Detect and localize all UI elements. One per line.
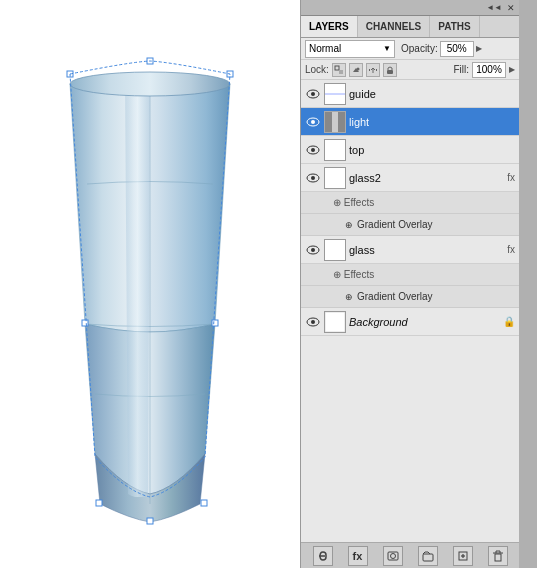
svg-rect-37 [423, 554, 433, 561]
eye-light-icon[interactable] [305, 114, 321, 130]
effects-label-glass2: ⊕ Effects [333, 197, 374, 208]
new-layer-btn[interactable] [453, 546, 473, 566]
svg-rect-5 [82, 320, 88, 326]
opacity-input[interactable]: 50% [440, 41, 474, 57]
svg-point-26 [311, 176, 315, 180]
svg-point-29 [311, 248, 315, 252]
dropdown-arrow-icon: ▼ [383, 44, 391, 53]
right-scrollbar[interactable] [519, 0, 537, 568]
layer-top[interactable]: top [301, 136, 519, 164]
gradient-icon-glass2: ⊕ [345, 220, 353, 230]
thumb-top [324, 139, 346, 161]
fill-arrow-icon[interactable]: ▶ [509, 65, 515, 74]
layers-list: guide light [301, 80, 519, 542]
svg-point-19 [311, 120, 315, 124]
svg-rect-11 [339, 70, 343, 74]
lock-image-icon [351, 65, 361, 75]
svg-rect-33 [325, 312, 345, 332]
svg-rect-41 [495, 554, 501, 561]
gradient-overlay-glass2[interactable]: ⊕ Gradient Overlay [301, 214, 519, 236]
effects-glass2: ⊕ Effects [301, 192, 519, 214]
svg-rect-6 [212, 320, 218, 326]
fx-badge-glass2: fx [507, 172, 515, 183]
opacity-arrow-icon[interactable]: ▶ [476, 44, 482, 53]
add-mask-btn[interactable] [383, 546, 403, 566]
svg-point-36 [390, 553, 395, 558]
link-layers-btn[interactable] [313, 546, 333, 566]
layer-glass[interactable]: glass fx [301, 236, 519, 264]
lock-transparent-btn[interactable] [332, 63, 346, 77]
svg-rect-30 [325, 240, 345, 260]
layer-name-glass: glass [349, 244, 502, 256]
lock-all-btn[interactable] [383, 63, 397, 77]
panel-collapse-icon[interactable]: ◄◄ [486, 3, 502, 12]
tab-layers[interactable]: LAYERS [301, 16, 358, 37]
thumb-guide [324, 83, 346, 105]
svg-rect-10 [335, 66, 339, 70]
panel-menu-icon[interactable]: ✕ [507, 3, 515, 13]
svg-rect-9 [201, 500, 207, 506]
svg-point-32 [311, 320, 315, 324]
gradient-overlay-label-glass2: Gradient Overlay [357, 219, 433, 230]
svg-point-15 [311, 92, 315, 96]
glass-illustration [40, 54, 260, 544]
fill-input[interactable]: 100% [472, 62, 506, 78]
lock-image-btn[interactable] [349, 63, 363, 77]
add-style-btn[interactable]: fx [348, 546, 368, 566]
tab-channels[interactable]: CHANNELS [358, 16, 431, 37]
effects-glass: ⊕ Effects [301, 264, 519, 286]
layer-guide[interactable]: guide [301, 80, 519, 108]
effects-label-glass: ⊕ Effects [333, 269, 374, 280]
eye-guide-icon[interactable] [305, 86, 321, 102]
eye-background-icon[interactable] [305, 314, 321, 330]
thumb-glass [324, 239, 346, 261]
lock-position-btn[interactable] [366, 63, 380, 77]
gradient-icon-glass: ⊕ [345, 292, 353, 302]
panel-bottom-toolbar: fx [301, 542, 519, 568]
layer-glass2[interactable]: glass2 fx [301, 164, 519, 192]
thumb-glass2 [324, 167, 346, 189]
delete-layer-btn[interactable] [488, 546, 508, 566]
fx-badge-glass: fx [507, 244, 515, 255]
svg-rect-7 [96, 500, 102, 506]
panel-topbar: ◄◄ ✕ [301, 0, 519, 16]
lock-background-icon: 🔒 [503, 316, 515, 327]
panel-topbar-icons: ◄◄ ✕ [486, 3, 515, 13]
layer-name-guide: guide [349, 88, 515, 100]
svg-rect-13 [387, 70, 393, 74]
add-style-icon: fx [353, 550, 363, 562]
canvas-area [0, 0, 300, 568]
thumb-light [324, 111, 346, 133]
eye-glass-icon[interactable] [305, 242, 321, 258]
svg-rect-27 [325, 168, 345, 188]
lock-all-icon [385, 65, 395, 75]
mode-dropdown[interactable]: Normal ▼ [305, 40, 395, 58]
svg-rect-21 [332, 112, 338, 132]
thumb-background [324, 311, 346, 333]
layer-name-glass2: glass2 [349, 172, 502, 184]
svg-rect-24 [325, 140, 345, 160]
opacity-label: Opacity: [401, 43, 438, 54]
layer-background[interactable]: Background 🔒 [301, 308, 519, 336]
tabs-row: LAYERS CHANNELS PATHS [301, 16, 519, 38]
gradient-overlay-glass[interactable]: ⊕ Gradient Overlay [301, 286, 519, 308]
layer-name-light: light [349, 116, 515, 128]
layer-light[interactable]: light [301, 108, 519, 136]
svg-point-12 [356, 67, 359, 70]
layer-name-top: top [349, 144, 515, 156]
new-group-btn[interactable] [418, 546, 438, 566]
lock-row: Lock: Fill: 100% [301, 60, 519, 80]
opacity-row: Normal ▼ Opacity: 50% ▶ [301, 38, 519, 60]
layer-name-background: Background [349, 316, 500, 328]
eye-glass2-icon[interactable] [305, 170, 321, 186]
lock-label: Lock: [305, 64, 329, 75]
gradient-overlay-label-glass: Gradient Overlay [357, 291, 433, 302]
layers-panel: ◄◄ ✕ LAYERS CHANNELS PATHS Normal ▼ Opac… [300, 0, 519, 568]
lock-transparent-icon [334, 65, 344, 75]
tab-paths[interactable]: PATHS [430, 16, 479, 37]
fill-label: Fill: [453, 64, 469, 75]
lock-position-icon [368, 65, 378, 75]
svg-point-1 [70, 72, 230, 96]
svg-rect-8 [147, 518, 153, 524]
eye-top-icon[interactable] [305, 142, 321, 158]
